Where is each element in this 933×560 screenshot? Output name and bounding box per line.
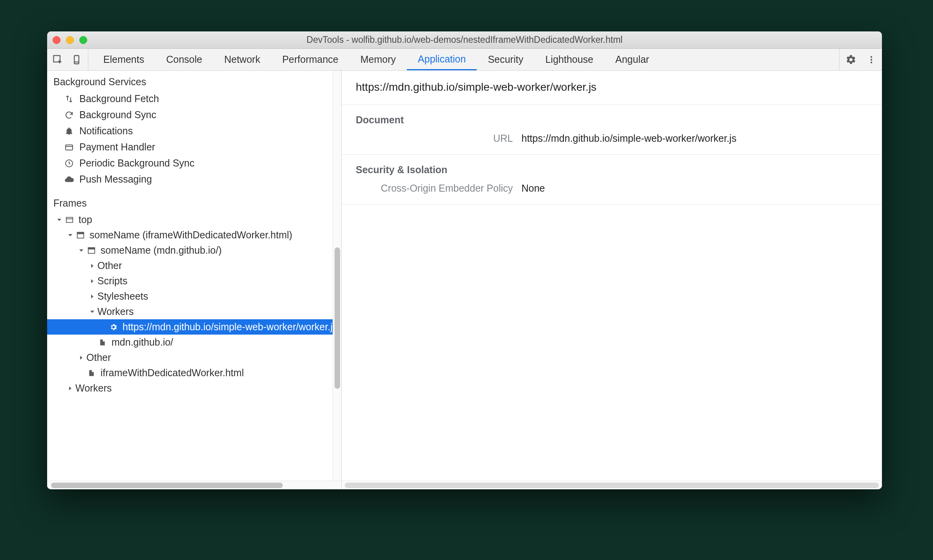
clock-icon xyxy=(64,158,75,169)
bg-item-push-messaging[interactable]: Push Messaging xyxy=(47,171,341,187)
tree-label: Other xyxy=(97,260,122,271)
window-title: DevTools - wolfib.github.io/web-demos/ne… xyxy=(47,35,882,45)
tree-label: someName (mdn.github.io/) xyxy=(101,245,221,256)
svg-point-3 xyxy=(871,56,872,57)
window-icon xyxy=(64,215,75,225)
coep-value: None xyxy=(521,183,545,194)
disclosure-triangle[interactable] xyxy=(67,232,74,239)
tree-item[interactable]: Workers xyxy=(47,304,341,319)
bg-item-background-sync[interactable]: Background Sync xyxy=(47,107,341,123)
svg-rect-1 xyxy=(74,55,79,64)
bell-icon xyxy=(64,126,75,137)
disclosure-triangle[interactable] xyxy=(78,247,85,254)
url-label: URL xyxy=(356,133,513,144)
devtools-window: DevTools - wolfib.github.io/web-demos/ne… xyxy=(47,31,882,489)
svg-rect-9 xyxy=(66,217,73,222)
gear-icon xyxy=(108,322,119,332)
bg-item-label: Background Sync xyxy=(79,109,156,121)
tree-label: Workers xyxy=(75,382,112,394)
tree-item[interactable]: Other xyxy=(47,350,341,365)
updown-icon xyxy=(64,93,75,104)
svg-point-5 xyxy=(871,61,872,63)
tree-item[interactable]: Other xyxy=(47,258,341,273)
svg-point-4 xyxy=(871,59,872,60)
tree-item[interactable]: iframeWithDedicatedWorker.html xyxy=(47,365,341,381)
disclosure-triangle[interactable] xyxy=(89,278,96,285)
tree-label: Workers xyxy=(97,306,134,317)
tree-item[interactable]: https://mdn.github.io/simple-web-worker/… xyxy=(47,319,341,335)
tree-item[interactable]: top xyxy=(47,212,341,227)
security-title: Security & Isolation xyxy=(356,164,868,176)
tab-performance[interactable]: Performance xyxy=(271,49,349,70)
file-icon xyxy=(97,337,108,348)
tab-memory[interactable]: Memory xyxy=(349,49,407,70)
toolbar: ElementsConsoleNetworkPerformanceMemoryA… xyxy=(47,49,882,71)
cloud-icon xyxy=(64,174,75,185)
disclosure-triangle[interactable] xyxy=(89,308,96,315)
card-icon xyxy=(64,142,75,153)
device-icon[interactable] xyxy=(71,54,82,66)
disclosure-triangle[interactable] xyxy=(56,216,63,223)
bg-item-periodic-background-sync[interactable]: Periodic Background Sync xyxy=(47,155,341,171)
bg-services-heading: Background Services xyxy=(47,73,341,91)
tree-label: Other xyxy=(86,352,111,363)
disclosure-triangle[interactable] xyxy=(89,262,96,269)
panel-tabs: ElementsConsoleNetworkPerformanceMemoryA… xyxy=(92,49,660,70)
tab-security[interactable]: Security xyxy=(477,49,534,70)
sidebar: Background Services Background FetchBack… xyxy=(47,71,342,489)
tab-angular[interactable]: Angular xyxy=(604,49,660,70)
tree-label: https://mdn.github.io/simple-web-worker/… xyxy=(123,321,337,333)
tree-item[interactable]: someName (iframeWithDedicatedWorker.html… xyxy=(47,227,341,243)
bg-item-background-fetch[interactable]: Background Fetch xyxy=(47,91,341,107)
tree-item[interactable]: Workers xyxy=(47,381,341,396)
bg-item-notifications[interactable]: Notifications xyxy=(47,123,341,139)
frames-heading: Frames xyxy=(47,194,341,212)
kebab-icon[interactable] xyxy=(865,54,877,66)
document-title: Document xyxy=(356,114,868,126)
frame-icon xyxy=(86,245,97,256)
sync-icon xyxy=(64,110,75,121)
file-icon xyxy=(86,368,97,378)
tree-item[interactable]: mdn.github.io/ xyxy=(47,335,341,350)
tree-label: mdn.github.io/ xyxy=(112,337,173,348)
tree-label: top xyxy=(79,214,92,225)
content: Background Services Background FetchBack… xyxy=(47,71,882,489)
tree-label: Stylesheets xyxy=(97,291,148,302)
svg-rect-6 xyxy=(66,145,73,150)
tab-console[interactable]: Console xyxy=(155,49,213,70)
main-hscroll[interactable] xyxy=(342,481,882,489)
sidebar-vscroll[interactable] xyxy=(333,71,341,481)
disclosure-triangle[interactable] xyxy=(67,385,74,392)
detail-heading: https://mdn.github.io/simple-web-worker/… xyxy=(342,71,882,105)
tab-elements[interactable]: Elements xyxy=(92,49,155,70)
tree-label: iframeWithDedicatedWorker.html xyxy=(101,367,244,379)
document-section: Document URL https://mdn.github.io/simpl… xyxy=(342,105,882,155)
url-value: https://mdn.github.io/simple-web-worker/… xyxy=(521,133,736,144)
bg-item-payment-handler[interactable]: Payment Handler xyxy=(47,139,341,155)
settings-icon[interactable] xyxy=(845,54,857,66)
svg-rect-12 xyxy=(77,232,84,234)
frame-icon xyxy=(75,230,86,240)
sidebar-hscroll[interactable] xyxy=(47,481,341,489)
svg-rect-14 xyxy=(88,247,95,249)
tab-lighthouse[interactable]: Lighthouse xyxy=(534,49,604,70)
bg-item-label: Notifications xyxy=(79,125,133,137)
security-section: Security & Isolation Cross-Origin Embedd… xyxy=(342,155,882,205)
titlebar: DevTools - wolfib.github.io/web-demos/ne… xyxy=(47,31,882,49)
tab-network[interactable]: Network xyxy=(213,49,271,70)
tree-label: someName (iframeWithDedicatedWorker.html… xyxy=(90,229,292,241)
bg-item-label: Background Fetch xyxy=(79,93,159,104)
tree-item[interactable]: Scripts xyxy=(47,273,341,289)
tree-item[interactable]: someName (mdn.github.io/) xyxy=(47,243,341,258)
bg-item-label: Push Messaging xyxy=(79,174,152,185)
inspect-icon[interactable] xyxy=(52,54,64,66)
tree-item[interactable]: Stylesheets xyxy=(47,289,341,304)
disclosure-triangle[interactable] xyxy=(78,354,85,361)
coep-label: Cross-Origin Embedder Policy xyxy=(356,183,513,194)
main-panel: https://mdn.github.io/simple-web-worker/… xyxy=(342,71,882,489)
bg-item-label: Payment Handler xyxy=(79,141,155,153)
tab-application[interactable]: Application xyxy=(407,49,477,70)
bg-item-label: Periodic Background Sync xyxy=(79,157,194,169)
tree-label: Scripts xyxy=(97,275,127,287)
disclosure-triangle[interactable] xyxy=(89,293,96,300)
